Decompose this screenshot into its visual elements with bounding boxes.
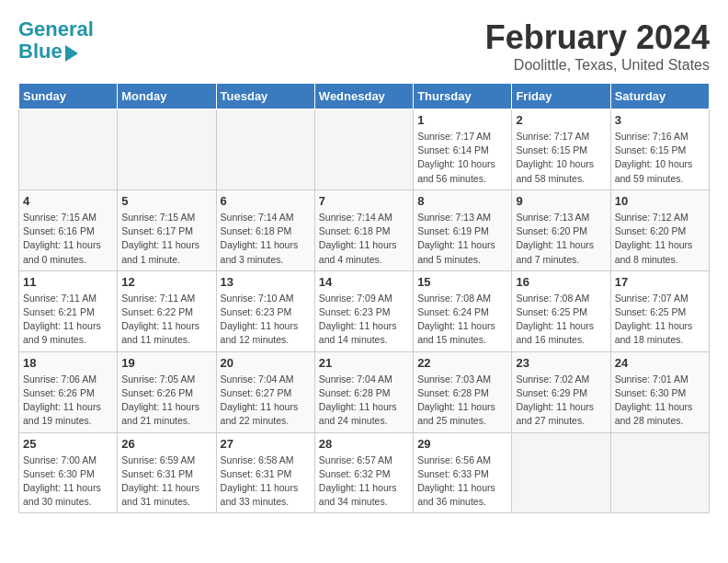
calendar-cell <box>19 109 118 190</box>
day-number: 25 <box>23 437 113 451</box>
calendar-cell: 6Sunrise: 7:14 AMSunset: 6:18 PMDaylight… <box>216 190 314 270</box>
day-info: Sunrise: 7:08 AMSunset: 6:25 PMDaylight:… <box>516 292 606 348</box>
calendar-cell: 28Sunrise: 6:57 AMSunset: 6:32 PMDayligh… <box>314 432 413 513</box>
calendar-cell: 5Sunrise: 7:15 AMSunset: 6:17 PMDaylight… <box>118 190 216 270</box>
day-of-week-header: Friday <box>512 84 610 109</box>
day-number: 13 <box>221 275 311 289</box>
calendar-cell <box>216 109 314 190</box>
day-number: 28 <box>319 437 409 451</box>
day-info: Sunrise: 7:05 AMSunset: 6:26 PMDaylight:… <box>121 373 211 429</box>
calendar-cell: 29Sunrise: 6:56 AMSunset: 6:33 PMDayligh… <box>414 432 512 513</box>
day-number: 21 <box>319 356 409 370</box>
day-info: Sunrise: 7:10 AMSunset: 6:23 PMDaylight:… <box>221 292 311 348</box>
day-number: 24 <box>615 356 705 370</box>
day-info: Sunrise: 6:56 AMSunset: 6:33 PMDaylight:… <box>417 454 507 510</box>
day-number: 16 <box>516 275 606 289</box>
day-of-week-header: Saturday <box>610 84 709 109</box>
calendar-cell <box>512 432 610 513</box>
day-info: Sunrise: 7:07 AMSunset: 6:25 PMDaylight:… <box>615 292 705 348</box>
logo-general: General <box>18 17 94 40</box>
day-number: 15 <box>417 275 507 289</box>
calendar-cell: 22Sunrise: 7:03 AMSunset: 6:28 PMDayligh… <box>414 351 512 432</box>
day-number: 12 <box>121 275 211 289</box>
day-number: 17 <box>615 275 705 289</box>
day-info: Sunrise: 7:03 AMSunset: 6:28 PMDaylight:… <box>417 373 507 429</box>
day-number: 20 <box>221 356 311 370</box>
day-number: 26 <box>121 437 211 451</box>
day-info: Sunrise: 7:14 AMSunset: 6:18 PMDaylight:… <box>319 211 409 267</box>
day-number: 22 <box>417 356 507 370</box>
day-number: 4 <box>23 194 113 208</box>
day-number: 19 <box>121 356 211 370</box>
day-info: Sunrise: 7:11 AMSunset: 6:21 PMDaylight:… <box>23 292 113 348</box>
logo-arrow-icon <box>65 45 78 62</box>
calendar-cell: 13Sunrise: 7:10 AMSunset: 6:23 PMDayligh… <box>216 270 314 351</box>
calendar-header-row: SundayMondayTuesdayWednesdayThursdayFrid… <box>19 84 710 109</box>
day-number: 8 <box>417 194 507 208</box>
day-number: 6 <box>221 194 311 208</box>
day-of-week-header: Wednesday <box>314 84 413 109</box>
calendar-cell: 21Sunrise: 7:04 AMSunset: 6:28 PMDayligh… <box>314 351 413 432</box>
logo: General Blue <box>18 18 94 63</box>
calendar-cell: 4Sunrise: 7:15 AMSunset: 6:16 PMDaylight… <box>19 190 118 270</box>
calendar-cell: 3Sunrise: 7:16 AMSunset: 6:15 PMDaylight… <box>610 109 709 190</box>
logo-blue: Blue <box>18 40 63 63</box>
day-of-week-header: Sunday <box>19 84 118 109</box>
day-info: Sunrise: 6:58 AMSunset: 6:31 PMDaylight:… <box>221 454 311 510</box>
day-info: Sunrise: 7:17 AMSunset: 6:15 PMDaylight:… <box>516 130 606 186</box>
calendar-week-row: 18Sunrise: 7:06 AMSunset: 6:26 PMDayligh… <box>19 351 710 432</box>
day-info: Sunrise: 7:15 AMSunset: 6:17 PMDaylight:… <box>121 211 211 267</box>
day-info: Sunrise: 7:12 AMSunset: 6:20 PMDaylight:… <box>615 211 705 267</box>
calendar-cell: 24Sunrise: 7:01 AMSunset: 6:30 PMDayligh… <box>610 351 709 432</box>
day-info: Sunrise: 6:57 AMSunset: 6:32 PMDaylight:… <box>319 454 409 510</box>
day-number: 11 <box>23 275 113 289</box>
calendar-cell: 25Sunrise: 7:00 AMSunset: 6:30 PMDayligh… <box>19 432 118 513</box>
location-subtitle: Doolittle, Texas, United States <box>485 57 710 74</box>
calendar-cell: 1Sunrise: 7:17 AMSunset: 6:14 PMDaylight… <box>414 109 512 190</box>
calendar-table: SundayMondayTuesdayWednesdayThursdayFrid… <box>18 83 710 513</box>
day-number: 18 <box>23 356 113 370</box>
day-info: Sunrise: 7:13 AMSunset: 6:19 PMDaylight:… <box>417 211 507 267</box>
day-info: Sunrise: 7:11 AMSunset: 6:22 PMDaylight:… <box>121 292 211 348</box>
day-info: Sunrise: 7:16 AMSunset: 6:15 PMDaylight:… <box>615 130 705 186</box>
calendar-cell: 23Sunrise: 7:02 AMSunset: 6:29 PMDayligh… <box>512 351 610 432</box>
calendar-week-row: 4Sunrise: 7:15 AMSunset: 6:16 PMDaylight… <box>19 190 710 270</box>
day-info: Sunrise: 7:06 AMSunset: 6:26 PMDaylight:… <box>23 373 113 429</box>
month-year-title: February 2024 <box>485 18 710 57</box>
calendar-cell: 26Sunrise: 6:59 AMSunset: 6:31 PMDayligh… <box>118 432 216 513</box>
day-number: 14 <box>319 275 409 289</box>
calendar-cell: 2Sunrise: 7:17 AMSunset: 6:15 PMDaylight… <box>512 109 610 190</box>
calendar-cell <box>118 109 216 190</box>
day-info: Sunrise: 7:01 AMSunset: 6:30 PMDaylight:… <box>615 373 705 429</box>
calendar-cell: 7Sunrise: 7:14 AMSunset: 6:18 PMDaylight… <box>314 190 413 270</box>
day-number: 29 <box>417 437 507 451</box>
day-number: 5 <box>121 194 211 208</box>
calendar-cell: 27Sunrise: 6:58 AMSunset: 6:31 PMDayligh… <box>216 432 314 513</box>
calendar-cell <box>314 109 413 190</box>
day-info: Sunrise: 7:17 AMSunset: 6:14 PMDaylight:… <box>417 130 507 186</box>
day-info: Sunrise: 7:14 AMSunset: 6:18 PMDaylight:… <box>221 211 311 267</box>
calendar-cell: 12Sunrise: 7:11 AMSunset: 6:22 PMDayligh… <box>118 270 216 351</box>
day-number: 2 <box>516 113 606 127</box>
day-of-week-header: Monday <box>118 84 216 109</box>
day-info: Sunrise: 7:02 AMSunset: 6:29 PMDaylight:… <box>516 373 606 429</box>
calendar-week-row: 11Sunrise: 7:11 AMSunset: 6:21 PMDayligh… <box>19 270 710 351</box>
day-of-week-header: Tuesday <box>216 84 314 109</box>
day-info: Sunrise: 7:09 AMSunset: 6:23 PMDaylight:… <box>319 292 409 348</box>
day-number: 23 <box>516 356 606 370</box>
day-info: Sunrise: 6:59 AMSunset: 6:31 PMDaylight:… <box>121 454 211 510</box>
day-number: 9 <box>516 194 606 208</box>
calendar-week-row: 25Sunrise: 7:00 AMSunset: 6:30 PMDayligh… <box>19 432 710 513</box>
calendar-cell: 16Sunrise: 7:08 AMSunset: 6:25 PMDayligh… <box>512 270 610 351</box>
calendar-cell: 15Sunrise: 7:08 AMSunset: 6:24 PMDayligh… <box>414 270 512 351</box>
calendar-cell: 9Sunrise: 7:13 AMSunset: 6:20 PMDaylight… <box>512 190 610 270</box>
day-number: 27 <box>221 437 311 451</box>
calendar-cell: 11Sunrise: 7:11 AMSunset: 6:21 PMDayligh… <box>19 270 118 351</box>
title-block: February 2024 Doolittle, Texas, United S… <box>485 18 710 74</box>
day-number: 7 <box>319 194 409 208</box>
calendar-cell: 20Sunrise: 7:04 AMSunset: 6:27 PMDayligh… <box>216 351 314 432</box>
calendar-cell <box>610 432 709 513</box>
day-of-week-header: Thursday <box>414 84 512 109</box>
calendar-cell: 17Sunrise: 7:07 AMSunset: 6:25 PMDayligh… <box>610 270 709 351</box>
calendar-cell: 10Sunrise: 7:12 AMSunset: 6:20 PMDayligh… <box>610 190 709 270</box>
